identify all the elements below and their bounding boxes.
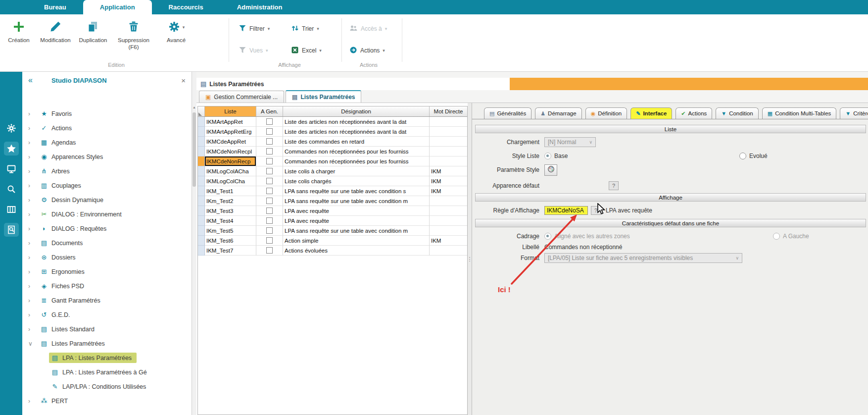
avance-button[interactable]: ▾ Avancé (158, 18, 194, 44)
row-marker[interactable] (198, 236, 205, 246)
table-row[interactable]: IKM_Test6 Action simple IKM (198, 236, 467, 246)
close-panel-icon[interactable]: × (181, 76, 186, 85)
expander-icon[interactable]: › (28, 326, 38, 333)
collapse-panel-icon[interactable]: « (28, 76, 33, 85)
expander-icon[interactable]: › (28, 254, 38, 261)
row-marker[interactable] (198, 186, 205, 196)
tree-item[interactable]: › ⁂ PERT (22, 394, 192, 408)
table-row[interactable]: IKm_Test5 LPA sans requête sur une table… (198, 226, 467, 236)
table-row[interactable]: IKMLogColCha Liste colis chargés IKM (198, 176, 467, 186)
panel-tab[interactable]: ▼ Critère (840, 107, 868, 119)
table-row[interactable]: IKMCdeNonRecp Commandes non réceptionnée… (198, 156, 467, 166)
panel-tab[interactable]: ✔ Actions (675, 107, 712, 119)
monitor-icon[interactable] (4, 162, 19, 176)
chargement-select[interactable]: [N] Normal ∨ (544, 137, 596, 147)
tree-item[interactable]: › ⊞ Ergonomies (22, 264, 192, 279)
checkbox[interactable] (266, 128, 273, 135)
select-all-corner[interactable] (198, 106, 205, 116)
expander-icon[interactable]: › (28, 398, 38, 405)
modification-button[interactable]: Modification (37, 18, 74, 44)
row-marker[interactable] (198, 176, 205, 186)
tree-item[interactable]: › ▥ Couplages (22, 178, 192, 193)
row-marker[interactable] (198, 196, 205, 206)
radio-evolue[interactable] (739, 153, 746, 159)
menubar-item[interactable]: Raccourcis (152, 0, 220, 14)
row-marker[interactable] (198, 127, 205, 137)
checkbox[interactable] (266, 217, 273, 224)
tree-item[interactable]: › ★ Favoris (22, 106, 192, 121)
panel-tab[interactable]: ▼ Condition (716, 107, 758, 119)
table-row[interactable]: IKM_Test3 LPA avec requête (198, 206, 467, 216)
column-header-designation[interactable]: Désignation (283, 106, 430, 116)
radio-base[interactable] (544, 153, 551, 159)
expander-icon[interactable]: › (28, 297, 38, 304)
checkbox[interactable] (266, 118, 273, 125)
menubar-item[interactable]: Application (83, 0, 152, 14)
tab-listes-parametrees[interactable]: ▤ Listes Paramétrées (286, 90, 361, 103)
format-select[interactable]: [LPA/05] Liste sur fiche avec 5 enregist… (544, 253, 742, 263)
panel-splitter[interactable]: ⋮ (468, 103, 472, 415)
actions-button[interactable]: Actions ▾ (349, 45, 385, 56)
tree-item[interactable]: › ▤ Listes Standard (22, 322, 192, 336)
scrollbar-up-icon[interactable]: ▲ (192, 105, 196, 109)
expander-icon[interactable]: › (28, 110, 38, 117)
checkbox[interactable] (266, 148, 273, 155)
panel-tab[interactable]: ✎ Interface (630, 107, 672, 119)
row-marker[interactable] (198, 246, 205, 256)
checkbox[interactable] (266, 198, 273, 204)
tree-item[interactable]: ✎ LAP/LPA : Conditions Utilisées (22, 379, 192, 394)
inspector-icon[interactable] (4, 223, 19, 237)
table-row[interactable]: IKMCdeNonRecpl Commandes non réceptionné… (198, 147, 467, 156)
expander-icon[interactable]: › (28, 225, 38, 232)
tree-item[interactable]: › ◉ Apparences Styles (22, 150, 192, 164)
tree-item[interactable]: › ⊛ Dossiers (22, 250, 192, 264)
checkbox[interactable] (266, 237, 273, 244)
row-marker[interactable] (198, 226, 205, 236)
table-row[interactable]: IKM_Test4 LPA avec requête (198, 216, 467, 226)
excel-button[interactable]: Excel ▾ (291, 45, 322, 56)
checkbox[interactable] (266, 168, 273, 174)
menubar-item[interactable]: Bureau (27, 0, 83, 14)
tree-item[interactable]: › ⋔ Arbres (22, 164, 192, 178)
tree-item[interactable]: › ▦ Agendas (22, 135, 192, 150)
expander-icon[interactable]: › (28, 182, 38, 189)
checkbox[interactable] (266, 208, 273, 214)
row-marker[interactable] (198, 206, 205, 216)
radio-aligne[interactable] (544, 233, 551, 240)
tree-item[interactable]: › ⚙ Dessin Dynamique (22, 193, 192, 207)
table-row[interactable]: IKM_Test1 LPA sans requête sur une table… (198, 186, 467, 196)
checkbox[interactable] (266, 178, 273, 184)
expander-icon[interactable]: › (28, 139, 38, 146)
tree-item[interactable]: › ▤ Documents (22, 236, 192, 250)
column-header-a-gen[interactable]: A Gen. (256, 106, 283, 116)
filtrer-button[interactable]: Filtrer ▾ (239, 23, 270, 34)
creation-button[interactable]: Création (3, 18, 35, 44)
row-marker[interactable] (198, 147, 205, 156)
tree-scrollbar[interactable]: ▲ (192, 72, 196, 415)
trier-button[interactable]: Trier ▾ (291, 23, 319, 34)
tree-item[interactable]: › ◗ DIALOG : Requêtes (22, 221, 192, 236)
search-icon[interactable] (4, 182, 19, 196)
duplication-button[interactable]: Duplication (75, 18, 111, 44)
expander-icon[interactable]: › (28, 283, 38, 290)
table-row[interactable]: IKMArtAppRetErg Liste des articles non r… (198, 127, 467, 137)
vues-button[interactable]: Vues ▾ (239, 45, 268, 56)
acces-a-button[interactable]: Accès à ▾ (349, 23, 387, 34)
panel-tab[interactable]: ▤ Généralités (484, 107, 531, 119)
tree-item[interactable]: ▤ LPA : Listes Paramétrées (22, 351, 192, 365)
expander-icon[interactable]: › (28, 168, 38, 175)
expander-icon[interactable]: › (28, 197, 38, 204)
regle-help-button[interactable]: ? (591, 206, 601, 215)
expander-icon[interactable]: › (28, 240, 38, 247)
tree-item[interactable]: › ↺ G.E.D. (22, 308, 192, 322)
checkbox[interactable] (266, 247, 273, 254)
table-row[interactable]: IKMCdeAppRet Liste des commandes en reta… (198, 137, 467, 147)
column-header-mot-directeur[interactable]: Mot Directe (430, 106, 467, 116)
favorites-icon[interactable] (4, 142, 19, 156)
expander-icon[interactable]: › (28, 311, 38, 318)
radio-a-gauche[interactable] (773, 233, 780, 240)
row-marker[interactable] (198, 156, 205, 166)
tree-item[interactable]: ∨ ▤ Listes Paramétrées (22, 336, 192, 351)
expander-icon[interactable]: › (28, 211, 38, 218)
table-row[interactable]: IKMArtAppRet Liste des articles non réce… (198, 117, 467, 127)
